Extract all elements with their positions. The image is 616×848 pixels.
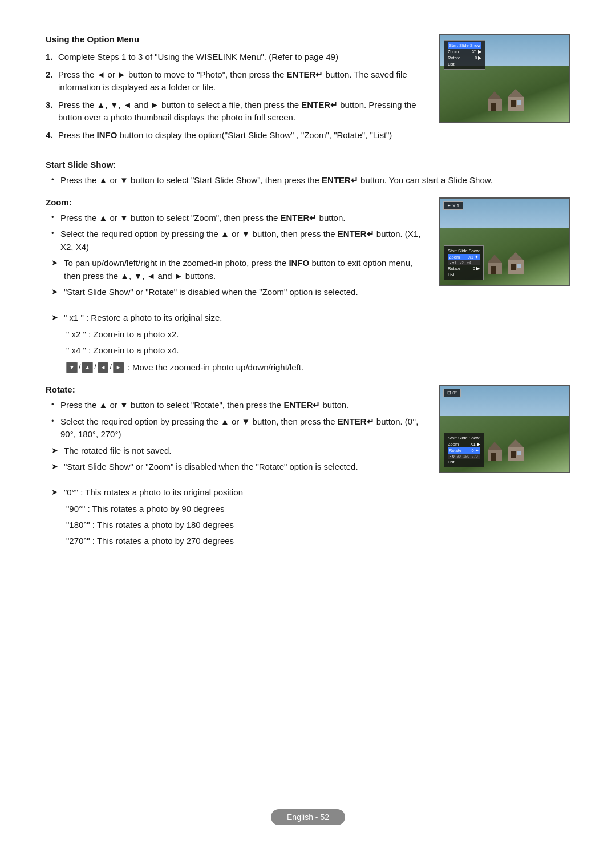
svg-rect-20 [517, 451, 521, 455]
list-content-3: Press the ▲, ▼, ◄ and ► button to select… [58, 99, 428, 124]
svg-rect-6 [517, 100, 521, 105]
svg-rect-13 [517, 264, 521, 268]
rotate-bullet-1: • Press the ▲ or ▼ button to select "Rot… [46, 399, 428, 412]
main-text-col: Using the Option Menu 1. Complete Steps … [46, 34, 428, 151]
zoom-title: Zoom: [46, 197, 428, 207]
house-svg-3 [482, 437, 528, 463]
screenshot-1: Start Slide Show ZoomX1 ▶ Rotate0 ▶ List [439, 34, 570, 123]
slideshow-title: Start Slide Show: [46, 160, 570, 169]
menu-item-list-2: List [448, 272, 480, 278]
list-content-4: Press the INFO button to display the opt… [58, 129, 428, 142]
main-section-title: Using the Option Menu [46, 34, 428, 44]
menu-item-rotate-2: Rotate0 ▶ [448, 265, 480, 272]
house-svg-2 [482, 250, 528, 276]
house-svg-1 [482, 87, 528, 112]
menu-item-slideshow-2: Start Slide Show [448, 248, 480, 254]
rotate-text-col: Rotate: • Press the ▲ or ▼ button to sel… [46, 385, 428, 477]
zoom-arrow-2: ➤ "Start Slide Show" or "Rotate" is disa… [46, 286, 428, 299]
svg-marker-11 [508, 252, 524, 260]
screenshot-3-col: ⊞ 0° Start Slide Show ZoomX1 ▶ Rotate0 ✦… [439, 385, 570, 477]
svg-marker-8 [488, 255, 502, 263]
arrow-symbol-z2: ➤ [51, 286, 64, 299]
footer: English - 52 [0, 809, 616, 825]
menu-overlay-2: Start Slide Show ZoomX1 ✦ • x1x2x4 Rotat… [444, 245, 484, 280]
list-content-1: Complete Steps 1 to 3 of "Using the WISE… [58, 51, 428, 64]
rotate-0deg-item: ➤ "0°" : This rotates a photo to its ori… [46, 486, 570, 499]
zoom-badge: ✦ X 1 [443, 201, 463, 210]
top-section: Using the Option Menu 1. Complete Steps … [46, 34, 570, 151]
rotate-continued: ➤ "0°" : This rotates a photo to its ori… [46, 486, 570, 548]
svg-marker-18 [508, 439, 524, 447]
screenshot-2-col: ✦ X 1 Start Slide Show ZoomX1 ✦ • x1x2x4… [439, 197, 570, 302]
svg-marker-4 [508, 89, 524, 97]
zoom-x2-item: " x2 " : Zoom-in to a photo x2. [46, 328, 570, 341]
screenshot-2: ✦ X 1 Start Slide Show ZoomX1 ✦ • x1x2x4… [439, 197, 570, 286]
list-item-1: 1. Complete Steps 1 to 3 of "Using the W… [46, 51, 428, 64]
zoom-arrow-content-1: To pan up/down/left/right in the zoomed-… [64, 257, 428, 282]
zoom-section: Zoom: • Press the ▲ or ▼ button to selec… [46, 197, 570, 302]
svg-marker-15 [488, 442, 502, 450]
list-item-4: 4. Press the INFO button to display the … [46, 129, 428, 142]
rotate-180deg-item: "180°" : This rotates a photo by 180 deg… [46, 518, 570, 532]
bullet-dot-z2: • [51, 228, 60, 253]
zoom-bullet-content-2: Select the required option by pressing t… [60, 228, 428, 253]
arrow-symbol-0deg: ➤ [51, 486, 64, 499]
rotate-270deg-item: "270°" : This rotates a photo by 270 deg… [46, 534, 570, 548]
zoom-bullet-1: • Press the ▲ or ▼ button to select "Zoo… [46, 212, 428, 225]
arrow-symbol-r1: ➤ [51, 445, 64, 458]
arrow-symbol-x1: ➤ [51, 312, 64, 325]
zoom-bullet-content-1: Press the ▲ or ▼ button to select "Zoom"… [60, 212, 428, 225]
rotate-bullet-content-2: Select the required option by pressing t… [60, 415, 428, 441]
menu-item-zoom-3: ZoomX1 ▶ [448, 441, 480, 447]
list-item-2: 2. Press the ◄ or ► button to move to "P… [46, 68, 428, 94]
rotate-bullet-2: • Select the required option by pressing… [46, 415, 428, 441]
slideshow-bullet-content-1: Press the ▲ or ▼ button to select "Start… [60, 174, 570, 187]
zoom-arrow-1: ➤ To pan up/down/left/right in the zoome… [46, 257, 428, 282]
page-container: Using the Option Menu 1. Complete Steps … [0, 0, 616, 848]
rotate-section: Rotate: • Press the ▲ or ▼ button to sel… [46, 385, 570, 477]
svg-rect-16 [491, 453, 496, 461]
menu-item-rotate-3: Rotate0 ✦ [448, 447, 480, 454]
footer-badge: English - 52 [271, 809, 345, 825]
bullet-dot-1: • [51, 174, 60, 187]
svg-rect-9 [491, 266, 496, 274]
numbered-list: 1. Complete Steps 1 to 3 of "Using the W… [46, 51, 428, 142]
svg-rect-5 [511, 100, 516, 107]
menu-item-slideshow: Start Slide Show [448, 42, 481, 49]
subsection-slideshow: Start Slide Show: • Press the ▲ or ▼ but… [46, 160, 570, 187]
menu-item-list-3: List [448, 459, 480, 465]
zoom-bullet-2: • Select the required option by pressing… [46, 228, 428, 253]
rotate-arrow-content-2: "Start Slide Show" or "Zoom" is disabled… [64, 461, 428, 474]
bullet-dot-r1: • [51, 399, 60, 412]
rotate-badge: ⊞ 0° [443, 389, 461, 397]
svg-rect-19 [511, 451, 516, 458]
zoom-arrows-item: ▼ / ▲ / ◄ / ► : Move the zoomed-in photo… [46, 360, 570, 374]
screenshot-1-col: Start Slide Show ZoomX1 ▶ Rotate0 ▶ List [439, 34, 570, 151]
bullet-dot-r2: • [51, 415, 60, 441]
svg-marker-1 [488, 91, 502, 99]
screenshot-3: ⊞ 0° Start Slide Show ZoomX1 ▶ Rotate0 ✦… [439, 385, 570, 473]
zoom-arrow-content-2: "Start Slide Show" or "Rotate" is disabl… [64, 286, 428, 299]
slideshow-bullet-1: • Press the ▲ or ▼ button to select "Sta… [46, 174, 570, 187]
menu-overlay-3: Start Slide Show ZoomX1 ▶ Rotate0 ✦ • 09… [444, 433, 484, 467]
list-num-1: 1. [46, 51, 58, 64]
zoom-text-col: Zoom: • Press the ▲ or ▼ button to selec… [46, 197, 428, 302]
rotate-0deg-content: "0°" : This rotates a photo to its origi… [64, 486, 570, 499]
list-content-2: Press the ◄ or ► button to move to "Phot… [58, 68, 428, 94]
svg-rect-2 [491, 103, 496, 111]
rotate-arrow-2: ➤ "Start Slide Show" or "Zoom" is disabl… [46, 461, 428, 474]
list-num-2: 2. [46, 68, 58, 94]
rotate-bullet-content-1: Press the ▲ or ▼ button to select "Rotat… [60, 399, 428, 412]
rotate-arrow-content-1: The rotated file is not saved. [64, 445, 428, 458]
menu-item-rotate-1: Rotate0 ▶ [448, 55, 481, 61]
bullet-dot-z1: • [51, 212, 60, 225]
menu-overlay-1: Start Slide Show ZoomX1 ▶ Rotate0 ▶ List [444, 40, 485, 70]
rotate-title: Rotate: [46, 385, 428, 394]
zoom-x4-item: " x4 " : Zoom-in to a photo x4. [46, 344, 570, 357]
rotate-90deg-item: "90°" : This rotates a photo by 90 degre… [46, 502, 570, 516]
menu-item-zoom-2: ZoomX1 ✦ [448, 254, 480, 260]
rotate-arrow-1: ➤ The rotated file is not saved. [46, 445, 428, 458]
zoom-x1-item: ➤ " x1 " : Restore a photo to its origin… [46, 312, 570, 325]
list-num-4: 4. [46, 129, 58, 142]
zoom-continued: ➤ " x1 " : Restore a photo to its origin… [46, 312, 570, 375]
